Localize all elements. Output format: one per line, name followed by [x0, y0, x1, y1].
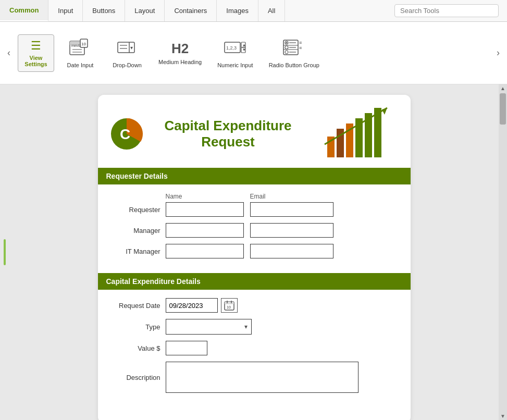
logo-icon: C — [108, 116, 145, 152]
logo-area: C — [108, 116, 145, 152]
manager-label: Manager — [114, 227, 160, 234]
description-row: Description — [114, 362, 395, 393]
view-settings-button[interactable]: ☰ ViewSettings — [18, 34, 54, 72]
toolbar-date-label: Date Input — [67, 62, 94, 68]
capex-section: Request Date 10 — [98, 290, 411, 407]
radio-group-icon: ≡ ≡ — [282, 38, 305, 60]
scrollbar-thumb[interactable] — [500, 93, 506, 125]
scrollbar-up-arrow[interactable]: ▲ — [500, 85, 505, 91]
toolbar-numeric-label: Numeric Input — [217, 62, 253, 68]
it-manager-fields — [166, 244, 395, 258]
svg-text:C: C — [120, 126, 130, 142]
toolbar-item-h2[interactable]: H2 Medium Heading — [153, 38, 207, 68]
requester-section-header: Requester Details — [98, 168, 411, 184]
dropdown-icon: ▾ — [116, 38, 139, 60]
svg-text:1,2,3: 1,2,3 — [226, 45, 237, 51]
toolbar-radio-label: Radio Button Group — [269, 62, 319, 68]
manager-fields — [166, 223, 395, 238]
content-area: C Capital Expenditure Request — [9, 84, 499, 420]
chart-area — [312, 105, 395, 163]
form-header: C Capital Expenditure Request — [98, 95, 411, 168]
value-label: Value $ — [114, 344, 160, 352]
svg-point-22 — [286, 42, 288, 43]
search-container — [394, 0, 507, 21]
calendar-icon[interactable]: 10 — [221, 298, 238, 313]
form-card: C Capital Expenditure Request — [98, 95, 411, 420]
requester-fields — [166, 202, 395, 217]
toolbar-item-dropdown[interactable]: ▾ Drop-Down — [106, 35, 148, 71]
requester-name-input[interactable] — [166, 202, 244, 217]
toolbar-item-numeric-input[interactable]: 1,2,3 ▲ ▼ Numeric Input — [212, 35, 258, 71]
col-headers: Name Email — [166, 193, 395, 200]
manager-email-input[interactable] — [250, 223, 333, 238]
type-dropdown[interactable] — [166, 319, 252, 335]
toolbar-h2-label: Medium Heading — [158, 59, 202, 65]
tab-all[interactable]: All — [258, 0, 285, 21]
svg-rect-41 — [225, 302, 234, 304]
tab-common[interactable]: Common — [0, 0, 48, 21]
left-handle — [0, 84, 9, 420]
h2-icon: H2 — [171, 41, 189, 57]
toolbar: ‹ ☰ ViewSettings mm/dd 10 Date Input ▾ — [0, 22, 507, 84]
description-label: Description — [114, 374, 160, 381]
requester-email-input[interactable] — [250, 202, 333, 217]
col-header-email: Email — [250, 193, 333, 200]
svg-text:▼: ▼ — [242, 47, 246, 52]
toolbar-prev-button[interactable]: ‹ — [5, 47, 13, 58]
type-row: Type ▾ — [114, 319, 395, 335]
type-label: Type — [114, 323, 160, 331]
date-field-group: 10 — [166, 298, 238, 313]
svg-text:▾: ▾ — [130, 45, 133, 51]
scrollbar-down-arrow[interactable]: ▼ — [500, 413, 505, 419]
it-manager-name-input[interactable] — [166, 244, 244, 258]
date-input-icon: mm/dd 10 — [69, 38, 92, 60]
svg-text:10: 10 — [81, 42, 86, 46]
toolbar-next-button[interactable]: › — [494, 47, 502, 58]
it-manager-row: IT Manager — [114, 244, 395, 258]
numeric-icon: 1,2,3 ▲ ▼ — [224, 38, 246, 60]
requester-row: Requester — [114, 202, 395, 217]
tab-containers[interactable]: Containers — [165, 0, 217, 21]
svg-text:▲: ▲ — [242, 43, 246, 47]
svg-text:≡: ≡ — [299, 40, 302, 45]
svg-point-23 — [285, 46, 288, 49]
tab-buttons[interactable]: Buttons — [83, 0, 125, 21]
description-textarea[interactable] — [166, 362, 358, 393]
it-manager-label: IT Manager — [114, 248, 160, 255]
requester-section: Name Email Requester Manager — [98, 184, 411, 273]
search-input[interactable] — [394, 4, 499, 17]
request-date-label: Request Date — [114, 302, 160, 310]
svg-text:≡: ≡ — [299, 45, 302, 51]
svg-point-24 — [285, 51, 288, 54]
request-date-input[interactable] — [166, 298, 218, 313]
toolbar-dropdown-label: Drop-Down — [113, 62, 142, 68]
view-settings-label: ViewSettings — [24, 55, 47, 67]
tab-input[interactable]: Input — [48, 0, 83, 21]
form-title-line1: Capital Expenditure — [145, 118, 312, 134]
capex-section-header: Capital Expenditure Details — [98, 273, 411, 290]
manager-name-input[interactable] — [166, 223, 244, 238]
manager-row: Manager — [114, 223, 395, 238]
form-title: Capital Expenditure Request — [145, 118, 312, 150]
value-input[interactable] — [166, 341, 207, 355]
type-dropdown-wrapper: ▾ — [166, 319, 252, 335]
left-handle-bar — [4, 239, 6, 265]
request-date-row: Request Date 10 — [114, 298, 395, 313]
top-navigation: Common Input Buttons Layout Containers I… — [0, 0, 507, 22]
toolbar-item-radio-group[interactable]: ≡ ≡ Radio Button Group — [264, 35, 325, 71]
right-scrollbar[interactable]: ▲ ▼ — [499, 84, 507, 420]
requester-label: Requester — [114, 206, 160, 214]
main-area: C Capital Expenditure Request — [0, 84, 507, 420]
form-title-line2: Request — [145, 134, 312, 150]
it-manager-email-input[interactable] — [250, 244, 333, 258]
svg-text:10: 10 — [227, 305, 231, 309]
chart-icon — [322, 105, 395, 163]
toolbar-item-date-input[interactable]: mm/dd 10 Date Input — [59, 35, 101, 71]
col-header-name: Name — [166, 193, 244, 200]
tab-images[interactable]: Images — [217, 0, 258, 21]
value-row: Value $ — [114, 341, 395, 355]
tab-layout[interactable]: Layout — [125, 0, 165, 21]
